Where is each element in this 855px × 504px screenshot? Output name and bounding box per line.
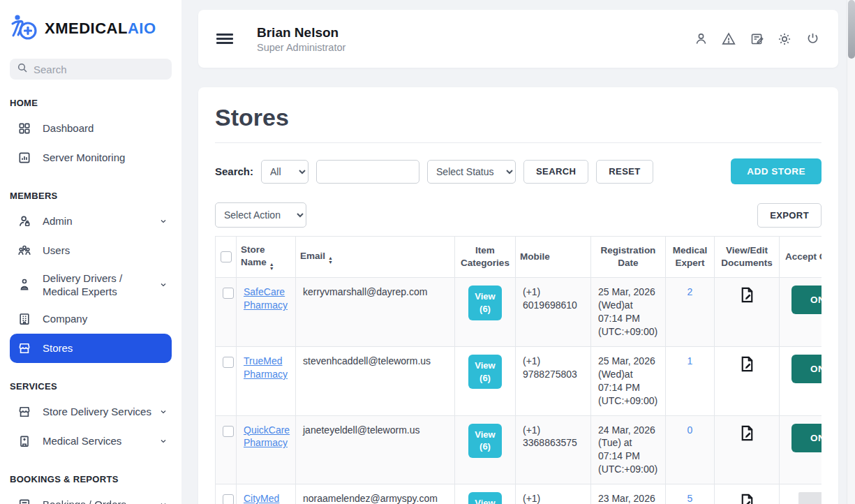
view-categories-button[interactable]: View(6) [468,286,502,320]
col-item-categories: Item Categories [455,237,516,278]
medical-expert-link[interactable]: 0 [687,424,693,436]
row-checkbox[interactable] [223,288,234,299]
sidebar-item-users[interactable]: Users [10,236,172,265]
row-checkbox[interactable] [223,494,234,504]
main-area: Brian Nelson Super Administrator [181,0,855,504]
search-input[interactable] [34,64,165,75]
topbar: Brian Nelson Super Administrator [198,10,838,68]
delivery-driver-icon [17,277,32,292]
view-categories-button[interactable]: View(6) [468,492,502,504]
table-header-row: Store Name Email Item Categories Mobile … [216,237,822,278]
sidebar-item-stores[interactable]: Stores [10,334,172,363]
store-name-link[interactable]: CityMed Pharmacy [244,493,288,504]
view-edit-documents-icon[interactable] [738,492,757,504]
select-all-checkbox[interactable] [221,251,232,262]
sidebar-item-company[interactable]: Company [10,304,172,334]
stores-panel: Stores Search: All Select Status SEARCH … [198,87,838,504]
row-checkbox[interactable] [223,426,234,437]
table-row: QuickCare Pharmacy janeteyeldell@telewor… [216,415,822,484]
col-view-edit-documents: View/Edit Documents [715,237,780,278]
store-email: stevenhcaddell@teleworm.us [296,346,455,415]
profile-icon[interactable] [693,31,708,47]
registration-date: 25 Mar, 2026 (Wed)at 07:14 PM (UTC:+09:0… [591,346,666,415]
select-all-cell [216,237,237,278]
view-edit-documents-icon[interactable] [738,355,757,373]
bulk-action-select[interactable]: Select Action [215,202,306,228]
table-row: CityMed Pharmacy noraamelendez@armyspy.c… [216,484,822,504]
store-mobile: (+1) 3368863575 [516,415,591,484]
medical-expert-link[interactable]: 1 [687,355,693,366]
section-label-home: HOME [10,98,172,108]
edit-log-icon[interactable] [749,31,764,47]
search-category-select[interactable]: All [261,160,308,184]
store-email: noraamelendez@armyspy.com [296,484,455,504]
divider [215,142,821,143]
user-block: Brian Nelson Super Administrator [257,25,345,53]
sort-icon[interactable] [328,256,333,264]
brand-logo[interactable]: XMEDICALAIO [10,13,172,45]
sidebar-item-label: Dashboard [43,121,94,135]
sidebar-item-store-delivery-services[interactable]: Store Delivery Services [10,397,172,427]
sidebar-item-admin[interactable]: Admin [10,207,172,236]
medical-expert-link[interactable]: 5 [687,493,693,504]
registration-date: 25 Mar, 2026 (Wed)at 07:14 PM (UTC:+09:0… [591,278,666,347]
page-scrollbar[interactable] [847,0,855,504]
view-categories-button[interactable]: View(6) [468,424,502,458]
settings-icon[interactable] [777,31,792,47]
alert-icon[interactable] [721,31,736,47]
menu-toggle-icon[interactable] [216,34,233,44]
add-store-button[interactable]: ADD STORE [731,158,821,184]
view-categories-button[interactable]: View(6) [468,355,502,389]
search-term-input[interactable] [316,160,419,184]
sidebar-item-label: Users [43,244,70,258]
sidebar-item-server-monitoring[interactable]: Server Monitoring [10,143,172,172]
col-store-name[interactable]: Store Name [237,237,296,278]
sidebar-item-label: Delivery Drivers / Medical Experts [43,272,154,299]
accept-orders-toggle[interactable]: ON [791,355,821,383]
view-edit-documents-icon[interactable] [738,424,757,443]
chevron-down-icon [159,501,168,504]
table-row: SafeCare Pharmacy kerryvmarshall@dayrep.… [216,278,822,347]
export-button[interactable]: EXPORT [757,203,821,228]
sidebar-item-medical-services[interactable]: Medical Services [10,427,172,456]
sidebar-item-delivery-drivers[interactable]: Delivery Drivers / Medical Experts [10,265,172,304]
store-name-link[interactable]: SafeCare Pharmacy [244,286,288,311]
search-button[interactable]: SEARCH [523,160,588,184]
chevron-down-icon [159,437,168,445]
col-email[interactable]: Email [296,237,455,278]
sidebar-item-label: Admin [43,214,73,228]
medical-expert-link[interactable]: 2 [687,286,693,297]
admin-icon [17,214,32,229]
store-delivery-icon [17,404,32,420]
store-name-link[interactable]: TrueMed Pharmacy [244,355,288,380]
brand-name: XMEDICALAIO [45,20,156,38]
sidebar-item-label: Bookings / Orders [43,498,126,504]
sidebar: XMEDICALAIO HOME Dashboard Server Monito… [0,0,181,504]
accept-orders-toggle[interactable]: ON [791,286,821,314]
medical-services-icon [17,433,32,449]
sidebar-item-dashboard[interactable]: Dashboard [10,114,172,143]
sort-icon[interactable] [269,262,274,270]
reset-button[interactable]: RESET [596,160,653,184]
status-select[interactable]: Select Status [427,160,516,184]
store-email: kerryvmarshall@dayrep.com [296,278,455,347]
sidebar-item-bookings-orders[interactable]: Bookings / Orders [10,490,172,504]
section-label-members: MEMBERS [10,191,172,201]
store-email: janeteyeldell@teleworm.us [296,415,455,484]
sidebar-search[interactable] [10,59,172,80]
search-icon [17,62,28,76]
store-name-link[interactable]: QuickCare Pharmacy [244,424,290,449]
page-title: Stores [215,104,821,131]
logout-icon[interactable] [805,31,820,47]
view-edit-documents-icon[interactable] [738,286,757,304]
accept-orders-toggle[interactable]: ON [791,424,821,452]
store-icon [17,341,32,356]
col-registration-date: Registration Date [591,237,666,278]
sidebar-item-label: Store Delivery Services [43,405,151,419]
search-label: Search: [215,165,253,177]
sidebar-item-label: Server Monitoring [43,151,125,165]
row-checkbox[interactable] [223,357,234,368]
scrollbar-thumb[interactable] [848,0,855,59]
store-mobile: (+1) 6019698610 [516,278,591,347]
store-mobile: (+1) 3306501822 [516,484,591,504]
